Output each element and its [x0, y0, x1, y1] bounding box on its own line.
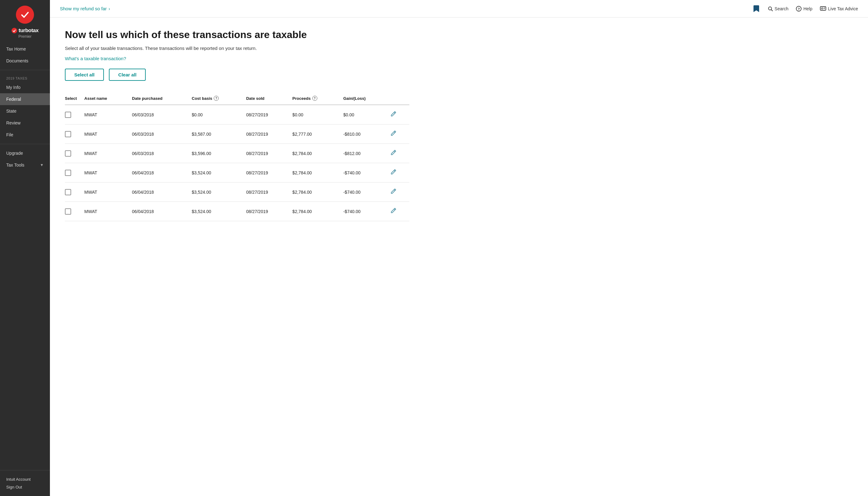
sidebar-item-file[interactable]: File [0, 129, 50, 141]
cell-asset-name: MWAT [82, 163, 129, 183]
cell-edit [388, 183, 409, 202]
row-checkbox-6[interactable] [65, 208, 71, 215]
search-button[interactable]: Search [768, 6, 788, 11]
help-label: Help [803, 6, 812, 11]
cell-gain-loss: $0.00 [341, 105, 388, 124]
svg-line-12 [394, 190, 395, 191]
cell-cost-basis: $3,587.00 [189, 124, 244, 144]
cell-edit [388, 144, 409, 163]
svg-line-13 [394, 209, 395, 210]
refund-link-text: Show my refund so far [60, 6, 107, 11]
edit-icon-1[interactable] [390, 112, 397, 118]
cell-gain-loss: -$740.00 [341, 183, 388, 202]
cell-proceeds: $0.00 [290, 105, 341, 124]
cell-date-purchased: 06/04/2018 [129, 202, 189, 221]
cell-proceeds: $2,777.00 [290, 124, 341, 144]
table-row: MWAT06/03/2018$3,596.0008/27/2019$2,784.… [65, 144, 409, 163]
sidebar-item-documents[interactable]: Documents [0, 55, 50, 67]
table-row: MWAT06/03/2018$0.0008/27/2019$0.00$0.00 [65, 105, 409, 124]
turbotax-logo: turbotax Premier [12, 28, 39, 39]
turbotax-checkmark [16, 5, 34, 24]
chevron-right-icon: › [109, 6, 110, 11]
col-select: Select [65, 92, 82, 105]
table-header: Select Asset name Date purchased Cost ba… [65, 92, 409, 105]
col-asset-name: Asset name [82, 92, 129, 105]
proceeds-info-icon[interactable]: ? [312, 96, 317, 101]
table-row: MWAT06/03/2018$3,587.0008/27/2019$2,777.… [65, 124, 409, 144]
cell-date-sold: 08/27/2019 [244, 124, 290, 144]
turbotax-logo-icon [12, 28, 17, 33]
sidebar-item-tax-tools[interactable]: Tax Tools ▼ [0, 159, 50, 171]
sidebar-item-sign-out[interactable]: Sign Out [6, 483, 44, 491]
row-checkbox-1[interactable] [65, 112, 71, 118]
sidebar-item-intuit-account[interactable]: Intuit Account [6, 476, 44, 483]
col-gain-loss: Gain/(Loss) [341, 92, 388, 105]
row-checkbox-3[interactable] [65, 150, 71, 157]
live-tax-advice-label: Live Tax Advice [828, 6, 858, 11]
cell-date-sold: 08/27/2019 [244, 144, 290, 163]
sidebar-divider-2 [0, 144, 50, 144]
edit-icon-5[interactable] [390, 189, 397, 196]
cell-proceeds: $2,784.00 [290, 202, 341, 221]
cell-date-sold: 08/27/2019 [244, 202, 290, 221]
sidebar-tax-tools-label: Tax Tools [6, 162, 24, 168]
turbotax-logo-sub: Premier [18, 34, 32, 39]
help-button[interactable]: ? Help [796, 6, 812, 12]
content-area: Now tell us which of these transactions … [50, 17, 424, 232]
cell-date-purchased: 06/04/2018 [129, 183, 189, 202]
col-cost-basis: Cost basis ? [189, 92, 244, 105]
cost-basis-info-icon[interactable]: ? [214, 96, 219, 101]
transactions-table: Select Asset name Date purchased Cost ba… [65, 92, 409, 221]
cell-asset-name: MWAT [82, 183, 129, 202]
edit-icon-2[interactable] [390, 131, 397, 138]
edit-icon-6[interactable] [390, 209, 397, 215]
sidebar-item-review[interactable]: Review [0, 117, 50, 129]
svg-line-9 [394, 131, 395, 133]
select-all-button[interactable]: Select all [65, 68, 104, 81]
sidebar-bottom: Intuit Account Sign Out [0, 470, 50, 496]
sidebar-item-state[interactable]: State [0, 105, 50, 117]
page-title: Now tell us which of these transactions … [65, 29, 409, 41]
table-row: MWAT06/04/2018$3,524.0008/27/2019$2,784.… [65, 202, 409, 221]
page-subtitle: Select all of your taxable transactions.… [65, 46, 409, 51]
svg-point-5 [821, 7, 823, 9]
row-checkbox-4[interactable] [65, 170, 71, 176]
cell-cost-basis: $0.00 [189, 105, 244, 124]
refund-link[interactable]: Show my refund so far › [60, 6, 110, 11]
cell-date-purchased: 06/03/2018 [129, 105, 189, 124]
edit-icon-4[interactable] [390, 170, 397, 176]
sidebar: turbotax Premier Tax Home Documents 2019… [0, 0, 50, 496]
row-checkbox-5[interactable] [65, 189, 71, 195]
cell-proceeds: $2,784.00 [290, 183, 341, 202]
sidebar-item-my-info[interactable]: My Info [0, 81, 50, 93]
sidebar-section-2019-taxes: 2019 TAXES [0, 73, 50, 81]
cell-cost-basis: $3,524.00 [189, 183, 244, 202]
col-date-sold: Date sold [244, 92, 290, 105]
cell-proceeds: $2,784.00 [290, 144, 341, 163]
svg-text:?: ? [798, 7, 800, 11]
cell-date-sold: 08/27/2019 [244, 183, 290, 202]
sidebar-item-upgrade[interactable]: Upgrade [0, 147, 50, 159]
topnav: Show my refund so far › Search ? [50, 0, 868, 17]
row-checkbox-2[interactable] [65, 131, 71, 137]
edit-icon-3[interactable] [390, 151, 397, 157]
sidebar-item-federal[interactable]: Federal [0, 93, 50, 105]
taxable-transaction-link[interactable]: What's a taxable transaction? [65, 56, 126, 61]
cell-date-purchased: 06/03/2018 [129, 144, 189, 163]
table-header-row: Select Asset name Date purchased Cost ba… [65, 92, 409, 105]
sidebar-item-tax-home[interactable]: Tax Home [0, 43, 50, 55]
table-body: MWAT06/03/2018$0.0008/27/2019$0.00$0.00 … [65, 105, 409, 221]
cell-date-purchased: 06/04/2018 [129, 163, 189, 183]
table-row: MWAT06/04/2018$3,524.0008/27/2019$2,784.… [65, 163, 409, 183]
clear-all-button[interactable]: Clear all [109, 68, 146, 81]
bookmark-icon[interactable] [752, 5, 760, 13]
sidebar-nav: Tax Home Documents 2019 TAXES My Info Fe… [0, 43, 50, 470]
cell-edit [388, 202, 409, 221]
turbotax-logo-text: turbotax [19, 28, 39, 34]
cell-edit [388, 163, 409, 183]
table-row: MWAT06/04/2018$3,524.0008/27/2019$2,784.… [65, 183, 409, 202]
col-proceeds: Proceeds ? [290, 92, 341, 105]
topnav-left: Show my refund so far › [60, 6, 110, 11]
live-tax-advice-button[interactable]: Live Tax Advice [820, 6, 858, 11]
col-date-purchased: Date purchased [129, 92, 189, 105]
